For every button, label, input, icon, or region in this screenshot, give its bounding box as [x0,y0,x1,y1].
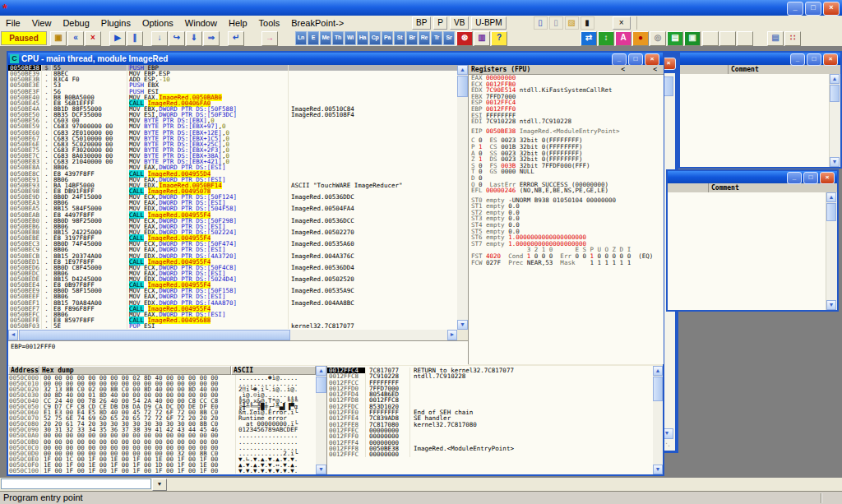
stack-pane[interactable]: 0012FFC47C817077RETURN to kernel32.7C817… [326,366,653,474]
disasm-scroll-down-icon[interactable]: ▼ [457,320,468,330]
side-b-scroll-down-icon[interactable]: ▼ [826,300,836,310]
trace-over-icon[interactable]: ⇒ [203,31,220,46]
register-line[interactable]: EFL 00000246 (NO,NB,E,BE,NS,PE,GE,LE) [469,187,664,194]
side-b-scroll-thumb[interactable] [826,203,836,221]
side-b-minimize-button[interactable]: _ [787,172,802,184]
disasm-scroll-right-icon[interactable]: ► [447,330,457,340]
disasm-row[interactable]: 0050BEC3.8B0D 74F45000MOV ECX,DWORD PTR … [8,241,457,247]
side-b-close-button[interactable]: × [820,172,835,184]
dump-row[interactable]: 0050C1001F 00 1F 00 1F 00 1F 00 1F 00 1F… [8,468,316,474]
disasm-hscrollbar[interactable]: ◄ ► [8,330,457,340]
help-icon[interactable]: ? [491,31,507,46]
execute-till-return-icon[interactable]: ↵ [228,31,244,46]
disasm-vscrollbar[interactable]: ▲ ▼ [457,65,468,330]
options-icon[interactable]: ⊛ [456,31,473,46]
side-window-a-list[interactable]: ▲ ▼ [680,74,840,167]
menu-item-options[interactable]: Options [136,16,179,30]
main-titlebar[interactable]: * _ □ × [0,0,842,16]
panel-button-th[interactable]: Th [332,31,344,45]
panel-button-pa[interactable]: Pa [382,31,393,45]
restart-icon[interactable]: « [67,31,84,46]
open-file-icon[interactable]: ▣ [50,31,67,46]
registers-collapse-left-button[interactable]: < [621,65,625,74]
step-into-icon[interactable]: ↓ [151,31,168,46]
pause-icon[interactable]: ∥ [127,31,143,46]
trace-into-icon[interactable]: ⇓ [186,31,202,46]
panel-button-sr[interactable]: Sr [443,31,455,45]
stack-vscrollbar[interactable]: ▲ ▼ [653,366,663,474]
notes-blue-icon[interactable]: ▯ [534,16,548,30]
menu-item-plugins[interactable]: Plugins [95,16,136,30]
register-line[interactable]: FCW 027F Prec NEAR,53 Mask 1 1 1 1 1 1 [469,260,664,266]
disasm-row[interactable]: 0050BE8C.E8 4397F8FFCALL ImageRed.004955… [8,171,457,177]
menu-item-window[interactable]: Window [179,16,223,30]
keyboard-icon[interactable]: ▤ [667,31,683,46]
dump-vscrollbar[interactable]: ▲ ▼ [316,366,326,474]
side-a-comment-header[interactable]: Comment [729,65,759,74]
fingerprint-icon[interactable]: ◎ [650,31,666,46]
goto-icon[interactable]: → [261,31,278,46]
command-input[interactable] [1,479,151,489]
disasm-scroll-up-icon[interactable]: ▲ [457,65,468,75]
disasm-scroll-thumb[interactable] [457,76,468,97]
stack-scroll-down-icon[interactable]: ▼ [653,465,663,474]
side-a-scrollbar[interactable]: ▲ ▼ [829,74,840,167]
notes-gray-icon[interactable]: ▯ [549,16,563,30]
side-b-scroll-up-icon[interactable]: ▲ [826,192,836,202]
plugin-button-u-bpm[interactable]: U-BPM [471,16,506,30]
dump-pane[interactable]: Address Hex dump ASCII 0050C00000 00 00 … [8,366,316,474]
panel-button-br[interactable]: Br [406,31,418,45]
side-a-scroll-thumb[interactable] [830,85,840,102]
disasm-row[interactable]: 0050BE38$55PUSH EBP [8,65,457,71]
plugin-button-bp[interactable]: BP [412,16,431,30]
windows-list-icon[interactable]: ▤ [767,31,784,46]
side-window-b[interactable]: _ □ × Comment ▲ ▼ [666,169,839,312]
side-a-minimize-button[interactable]: _ [790,53,805,66]
side-b-maximize-button[interactable]: □ [803,172,818,184]
close-button[interactable]: × [823,2,840,16]
side-window-a[interactable]: _ □ × Comment ▲ ▼ [678,51,842,169]
disasm-scroll-left-icon[interactable]: ◄ [8,330,18,340]
minimize-button[interactable]: _ [787,2,803,16]
panel-button-wi[interactable]: Wi [345,31,356,45]
panel-button-ha[interactable]: Ha [357,31,368,45]
panel-button-tr[interactable]: Tr [431,31,442,45]
side-a-maximize-button[interactable]: □ [807,53,821,66]
close-program-icon[interactable]: × [85,31,101,46]
disasm-row[interactable]: 0050BE3B.83C4 F0ADD ESP,-10 [8,76,457,82]
stack-scroll-thumb[interactable] [653,377,663,401]
panel-button-e[interactable]: E [308,31,319,45]
side-a-close-button[interactable]: × [823,53,838,66]
side-window-a-titlebar[interactable]: _ □ × [680,53,840,65]
cpu-restore-button[interactable]: □ [628,53,643,66]
disasm-row[interactable]: 0050BE83.C683 21040000 00MOV BYTE PTR DS… [8,159,457,164]
plugin-button-p[interactable]: P [433,16,447,30]
disasm-row[interactable]: 0050BED6.8B0D C8F45000MOV ECX,DWORD PTR … [8,265,457,270]
cpu-titlebar[interactable]: C CPU - main thread, module ImageRed _ □… [8,53,663,65]
side-a-scroll-up-icon[interactable]: ▲ [830,74,840,84]
register-line[interactable]: EIP 0050BE38 ImageRed.<ModuleEntryPoint> [469,128,664,135]
disasm-row[interactable]: 0050BEF7.E8 F896F8FFCALL ImageRed.004955… [8,306,457,312]
breakpoint-icon[interactable]: ● [632,31,649,46]
menu-item-help[interactable]: Help [223,16,253,30]
folder-icon[interactable]: ▨ [565,16,579,30]
disasm-row[interactable]: 0050BEFE.E8 8597F8FFCALL ImageRed.004956… [8,317,457,323]
updown-icon[interactable]: ↕ [598,31,614,46]
appearance-icon[interactable]: ▥ [474,31,490,46]
side-window-b-titlebar[interactable]: _ □ × [668,171,837,183]
dump-scroll-down-icon[interactable]: ▼ [316,465,326,474]
panel-button-me[interactable]: Me [320,31,331,45]
disasm-row[interactable]: 0050BEE9.8B0D 58F15000MOV ECX,DWORD PTR … [8,288,457,294]
menu-item-breakpoint[interactable]: BreakPoint-> [285,16,349,30]
panel-button-st[interactable]: St [394,31,405,45]
console-icon[interactable]: ▮ [581,16,594,30]
register-line[interactable]: EDI 7C910228 ntdll.7C910228 [469,118,664,125]
registers-collapse-right-button[interactable]: < [653,65,657,74]
menu-item-file[interactable]: File [0,16,26,30]
side-b-comment-header[interactable]: Comment [709,183,739,192]
cpu-close-button[interactable]: × [645,53,659,66]
panel-button-cp[interactable]: Cp [369,31,381,45]
disassembly-pane[interactable]: 0050BE38$55PUSH EBP0050BE39.8BECMOV EBP,… [8,65,457,330]
screen-icon[interactable]: ▣ [684,31,701,46]
disasm-row[interactable]: 0050BE3E.53PUSH EBX [8,82,457,88]
